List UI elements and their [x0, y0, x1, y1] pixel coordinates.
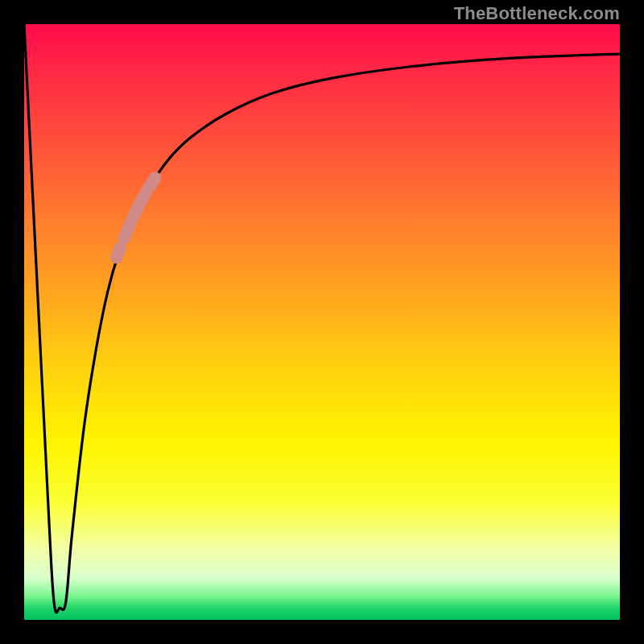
bottleneck-curve-path — [24, 24, 620, 613]
highlight-segment-dots — [110, 171, 161, 263]
plot-area — [24, 24, 620, 620]
watermark-text: TheBottleneck.com — [454, 3, 620, 24]
frame-border-bottom — [0, 620, 644, 644]
frame-border-left — [0, 24, 24, 620]
highlight-dot — [149, 171, 161, 184]
curve-svg — [24, 24, 620, 620]
frame-border-right — [620, 24, 644, 620]
chart-frame: TheBottleneck.com — [0, 0, 644, 644]
